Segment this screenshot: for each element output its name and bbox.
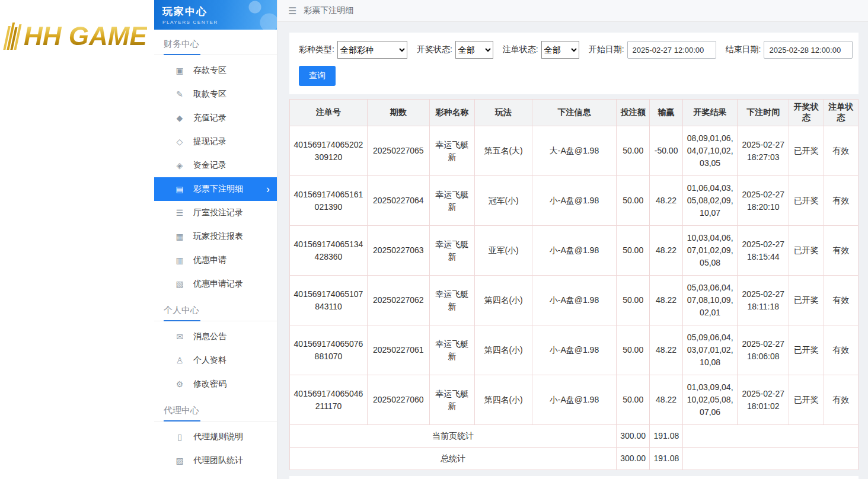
- cell-draw_status: 已开奖: [789, 325, 824, 375]
- bell-icon: ✉: [174, 332, 185, 341]
- sidebar-item-label: 取款专区: [193, 89, 226, 100]
- draw-status-select[interactable]: 全部: [455, 41, 493, 59]
- column-header-issue: 期数: [367, 100, 429, 126]
- bank-card-icon: ▣: [174, 66, 185, 75]
- cell-bet_amount: 50.00: [616, 176, 649, 226]
- cell-bet_info: 小-A盘@1.98: [532, 276, 616, 325]
- query-button[interactable]: 查询: [299, 66, 336, 86]
- cell-bet_amount: 50.00: [616, 226, 649, 276]
- summary-bet-amount: 300.00: [616, 425, 649, 448]
- sidebar-item-label: 代理规则说明: [193, 432, 243, 442]
- cell-result: 10,03,04,06,07,01,02,09,05,08: [682, 226, 738, 276]
- cell-order_status: 有效: [824, 276, 859, 325]
- end-date-input[interactable]: [764, 41, 853, 59]
- withdraw-hand-icon: ✎: [174, 90, 185, 99]
- summary-label: 总统计: [290, 448, 617, 470]
- cell-order_no: 401569174065107843110: [290, 276, 368, 325]
- cell-order_status: 有效: [824, 226, 859, 276]
- sidebar-item-label: 优惠申请: [193, 255, 226, 266]
- sidebar-item-promo-apply[interactable]: ▥优惠申请: [154, 248, 277, 272]
- order-status-label: 注单状态:: [503, 44, 538, 55]
- sidebar-item-label: 彩票下注明细: [193, 184, 243, 194]
- cell-order_no: 401569174065202309120: [290, 126, 368, 176]
- sidebar-item-withdraw[interactable]: ✎取款专区: [154, 82, 277, 106]
- cell-bet_time: 2025-02-27 18:27:03: [738, 126, 789, 176]
- sidebar-section-title: 代理中心: [154, 396, 277, 421]
- summary-empty-cell: [682, 425, 858, 448]
- page-title: 彩票下注明细: [304, 5, 353, 16]
- cell-result: 05,03,06,04,07,08,10,09,02,01: [682, 276, 738, 325]
- cell-result: 05,09,06,04,03,07,01,02,10,08: [682, 325, 738, 375]
- summary-bet-amount: 300.00: [616, 448, 649, 470]
- sidebar-item-lottery-bet-detail[interactable]: ▤彩票下注明细›: [154, 177, 277, 201]
- cell-bet_amount: 50.00: [616, 325, 649, 375]
- brand-logo: HH GAME: [2, 20, 154, 51]
- cell-order_no: 401569174065046211170: [290, 375, 368, 425]
- bet-row: 40156917406507688107020250227061幸运飞艇新第四名…: [290, 325, 859, 375]
- summary-label: 当前页统计: [290, 425, 617, 448]
- menu-toggle-icon[interactable]: ☰: [288, 5, 296, 17]
- end-date-label: 结束日期:: [726, 44, 761, 55]
- bet-table-card: 注单号期数彩种名称玩法下注信息投注额输赢开奖结果下注时间开奖状态注单状态 401…: [289, 99, 859, 470]
- sidebar-item-announcement[interactable]: ✉消息公告: [154, 325, 277, 349]
- bet-table: 注单号期数彩种名称玩法下注信息投注额输赢开奖结果下注时间开奖状态注单状态 401…: [289, 99, 859, 470]
- cell-draw_status: 已开奖: [789, 176, 824, 226]
- sidebar-item-label: 充值记录: [193, 113, 226, 123]
- summary-empty-cell: [682, 448, 858, 470]
- cell-play: 第四名(小): [475, 276, 532, 325]
- sidebar-item-label: 消息公告: [193, 331, 226, 342]
- sidebar-item-label: 优惠申请记录: [193, 279, 243, 289]
- sidebar-item-agent-team[interactable]: ▨代理团队统计: [154, 449, 277, 472]
- cell-win_loss: 48.22: [650, 375, 682, 425]
- sidebar-item-deposit[interactable]: ▣存款专区: [154, 59, 277, 82]
- sidebar-item-promo-record[interactable]: ▧优惠申请记录: [154, 272, 277, 296]
- coupon-records-icon: ▧: [174, 279, 185, 289]
- sidebar-item-player-bet-report[interactable]: ▦玩家投注报表: [154, 225, 277, 248]
- sidebar-item-change-password[interactable]: ⚙修改密码: [154, 372, 277, 396]
- bet-row: 40156917406513442836020250227063幸运飞艇新亚军(…: [290, 226, 859, 276]
- cell-order_status: 有效: [824, 126, 859, 176]
- sidebar-item-hall-bet-record[interactable]: ☰厅室投注记录: [154, 201, 277, 225]
- sidebar-item-agent-rules[interactable]: ▯代理规则说明: [154, 425, 277, 449]
- sidebar-menu: 财务中心▣存款专区✎取款专区◆充值记录◇提现记录◈资金记录▤彩票下注明细›☰厅室…: [154, 30, 277, 479]
- cell-bet_time: 2025-02-27 18:06:08: [738, 325, 789, 375]
- coupon-icon: ▥: [174, 256, 185, 265]
- cell-issue: 20250227065: [367, 126, 429, 176]
- cell-bet_info: 小-A盘@1.98: [532, 176, 616, 226]
- filter-row: 彩种类型:全部彩种开奖状态:全部注单状态:全部开始日期:结束日期:: [299, 41, 849, 59]
- content: 彩种类型:全部彩种开奖状态:全部注单状态:全部开始日期:结束日期: 查询 注单号…: [277, 22, 868, 479]
- sidebar-item-label: 修改密码: [193, 379, 226, 389]
- cell-lottery: 幸运飞艇新: [429, 325, 475, 375]
- cell-lottery: 幸运飞艇新: [429, 276, 475, 325]
- sidebar-item-label: 存款专区: [193, 65, 226, 76]
- sidebar-item-label: 个人资料: [193, 355, 226, 366]
- bet-row: 40156917406516102139020250227064幸运飞艇新冠军(…: [290, 176, 859, 226]
- report-icon: ▦: [174, 232, 185, 241]
- cell-result: 08,09,01,06,04,07,10,02,03,05: [682, 126, 738, 176]
- cell-issue: 20250227060: [367, 375, 429, 425]
- sidebar-item-funds-record[interactable]: ◈资金记录: [154, 154, 277, 177]
- sidebar-subtitle: PLAYERS CENTER: [162, 20, 277, 25]
- sidebar-item-withdrawal-record[interactable]: ◇提现记录: [154, 130, 277, 154]
- cell-draw_status: 已开奖: [789, 375, 824, 425]
- sidebar-item-profile[interactable]: ♙个人资料: [154, 349, 277, 372]
- cell-issue: 20250227063: [367, 226, 429, 276]
- column-header-bet_time: 下注时间: [738, 100, 789, 126]
- order-status-select[interactable]: 全部: [541, 41, 579, 59]
- cell-play: 亚军(小): [475, 226, 532, 276]
- coins-icon: ◈: [174, 161, 185, 170]
- lottery-type-select[interactable]: 全部彩种: [337, 41, 407, 59]
- start-date-input[interactable]: [627, 41, 716, 59]
- column-header-order_no: 注单号: [290, 100, 368, 126]
- cell-bet_time: 2025-02-27 18:01:02: [738, 375, 789, 425]
- cell-bet_time: 2025-02-27 18:15:44: [738, 226, 789, 276]
- cell-win_loss: 48.22: [650, 325, 682, 375]
- cell-bet_amount: 50.00: [616, 375, 649, 425]
- filter-panel: 彩种类型:全部彩种开奖状态:全部注单状态:全部开始日期:结束日期: 查询: [289, 33, 859, 94]
- topbar: ☰ 彩票下注明细: [277, 0, 868, 22]
- cell-draw_status: 已开奖: [789, 226, 824, 276]
- cell-bet_info: 大-A盘@1.98: [532, 126, 616, 176]
- cell-lottery: 幸运飞艇新: [429, 126, 475, 176]
- summary-win-loss: 191.08: [650, 448, 682, 470]
- sidebar-item-recharge-record[interactable]: ◆充值记录: [154, 106, 277, 130]
